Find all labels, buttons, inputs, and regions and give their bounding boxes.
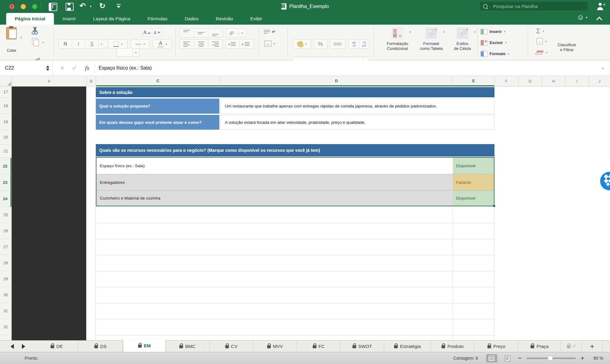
column-header-f[interactable]: F [494, 76, 518, 86]
name-box[interactable]: C22 [0, 60, 53, 76]
decrease-font-size-button[interactable]: A [152, 28, 162, 37]
next-sheet-arrow[interactable] [22, 344, 25, 349]
resources-section-header-cell[interactable]: Quais são os recursos necessários para o… [96, 144, 494, 156]
decrease-decimal-button[interactable]: ,00▸,0 [359, 39, 369, 49]
autosum-button[interactable]: Σ▾ [536, 27, 544, 35]
row-header-21[interactable]: 21 [0, 144, 11, 158]
resource-name-cell[interactable]: Espaço físico (ex.: Sala) [96, 158, 453, 174]
feedback-control[interactable]: ☺ ▾ [577, 14, 588, 21]
underline-button[interactable]: S [85, 39, 98, 49]
sheet-tab-mvv[interactable]: MVV [253, 341, 297, 352]
tab-inserir[interactable]: Inserir [54, 13, 84, 25]
zoom-in-button[interactable]: + [581, 355, 584, 362]
row-header-30[interactable]: 30 [0, 287, 11, 303]
borders-button[interactable]: ▾ [108, 39, 128, 49]
copy-dropdown-arrow[interactable]: ▾ [43, 41, 44, 44]
paste-button[interactable] [6, 27, 17, 39]
currency-format-button[interactable]: ▾ [293, 39, 311, 49]
column-header-h[interactable]: H [542, 76, 565, 86]
sheet-tab-produto[interactable]: Produto [431, 341, 474, 352]
normal-view-button[interactable] [486, 354, 497, 362]
confirm-entry-icon[interactable]: ✓ [68, 60, 81, 76]
cell-styles-button[interactable]: ▾ Estilosde Célula [449, 28, 476, 51]
sheet-tab-swot[interactable]: SWOT [340, 341, 384, 352]
row-header-25[interactable]: 25 [0, 207, 11, 223]
wrap-text-button[interactable]: ↵ [264, 29, 276, 34]
row-header-32[interactable]: 32 [0, 319, 11, 335]
column-header-d[interactable]: D [220, 76, 453, 86]
row-header-22[interactable]: 22 [0, 158, 11, 175]
align-middle-icon[interactable] [194, 29, 209, 37]
italic-button[interactable]: I [72, 39, 85, 49]
tab-pagina-inicial[interactable]: Página Inicial [6, 13, 54, 25]
align-bottom-icon[interactable] [208, 28, 222, 38]
tab-layout-da-pagina[interactable]: Layout da Página [84, 13, 139, 25]
font-size-select[interactable]: ▾ [116, 48, 139, 57]
percent-format-button[interactable]: % [314, 39, 327, 49]
font-color-button[interactable]: A▾ [153, 39, 172, 49]
search-scope-chevron-icon[interactable]: ⌄ [489, 5, 491, 8]
sheet-tab-cv[interactable]: CV [209, 341, 253, 352]
align-left-icon[interactable] [180, 40, 194, 48]
feedback-dropdown-arrow[interactable]: ▾ [586, 16, 588, 19]
column-header-e[interactable]: E [453, 76, 494, 86]
expand-formula-bar-icon[interactable]: ▾ [602, 67, 604, 71]
selection-fill-handle[interactable] [493, 204, 495, 207]
page-layout-view-button[interactable] [502, 354, 513, 362]
resource-status-cell[interactable]: Disponível [453, 158, 494, 174]
tab-dados[interactable]: Dados [176, 13, 207, 25]
column-header-b[interactable]: B [87, 76, 96, 86]
resource-name-cell[interactable]: Cozinheiro e Material de cozinha [96, 191, 453, 206]
row-header-19[interactable]: 19 [0, 114, 11, 130]
thousands-format-button[interactable]: 000 [330, 39, 346, 49]
sheet-tab-em[interactable]: EM [123, 339, 166, 352]
conditional-formatting-button[interactable]: ≠ ▾ FormataçãoCondicional [382, 28, 413, 51]
column-header-c[interactable]: C [96, 76, 220, 86]
bold-button[interactable]: N [59, 39, 72, 49]
align-center-icon[interactable] [194, 40, 209, 48]
tab-exibir[interactable]: Exibir [242, 13, 271, 25]
smiley-feedback-icon[interactable]: ☺ [577, 14, 584, 21]
row-header-20[interactable]: 20 [0, 130, 11, 144]
row-header-26[interactable]: 26 [0, 223, 11, 239]
format-cells-button[interactable]: Formato▾ [481, 49, 509, 58]
merge-cells-button[interactable]: ↔ ▾ [264, 41, 275, 47]
tab-formulas[interactable]: Fórmulas [139, 13, 176, 25]
sheet-tab-bmc[interactable]: BMC [166, 341, 209, 352]
sheet-tab-estrategia[interactable]: Estratégia [384, 341, 431, 352]
about-section-header-cell[interactable]: Sobre a solução [96, 87, 494, 97]
share-add-person-icon[interactable]: + [596, 3, 604, 10]
row-header-28[interactable]: 28 [0, 255, 11, 271]
sheet-tab-praca[interactable]: Praça [518, 341, 561, 352]
sheet-tab-fc[interactable]: FC [297, 341, 340, 352]
cancel-entry-icon[interactable]: × [56, 60, 68, 76]
row-header-23[interactable]: 23 [0, 175, 11, 191]
zoom-slider[interactable] [527, 358, 576, 359]
fill-color-button[interactable]: ▾ [131, 39, 150, 49]
zoom-out-button[interactable]: − [518, 355, 522, 362]
copy-icon[interactable] [32, 38, 37, 45]
formula-bar-content[interactable]: Espaço físico (ex.: Sala) [99, 60, 152, 76]
search-input[interactable] [493, 3, 585, 9]
row-header-29[interactable]: 29 [0, 271, 11, 287]
row-header-27[interactable]: 27 [0, 239, 11, 255]
clear-button[interactable]: ▾ [536, 51, 547, 55]
tab-revisao[interactable]: Revisão [207, 13, 242, 25]
row-header-17[interactable]: 17 [0, 87, 11, 98]
decrease-indent-button[interactable]: ◂ [226, 39, 240, 49]
add-sheet-button[interactable]: + [582, 341, 603, 352]
format-as-table-button[interactable]: ▾ Formatarcomo Tabela [416, 28, 447, 51]
insert-function-icon[interactable]: fx [81, 60, 94, 76]
paste-dropdown-arrow[interactable]: ▾ [20, 36, 22, 39]
sheet-tab-de[interactable]: DE [35, 341, 78, 352]
resource-status-cell[interactable]: Faltante [453, 174, 494, 190]
column-a-dark-fill[interactable] [12, 87, 86, 340]
insert-cells-button[interactable]: Inserir▾ [481, 27, 506, 36]
cut-scissors-icon[interactable] [31, 26, 39, 34]
row-header-18[interactable]: 18 [0, 98, 11, 114]
column-header-j[interactable]: J [589, 76, 610, 86]
resource-status-cell[interactable]: Disponível [453, 191, 494, 206]
search-box[interactable]: ⌄ [480, 2, 588, 10]
increase-font-size-button[interactable]: A [142, 28, 152, 37]
column-header-g[interactable]: G [518, 76, 542, 86]
